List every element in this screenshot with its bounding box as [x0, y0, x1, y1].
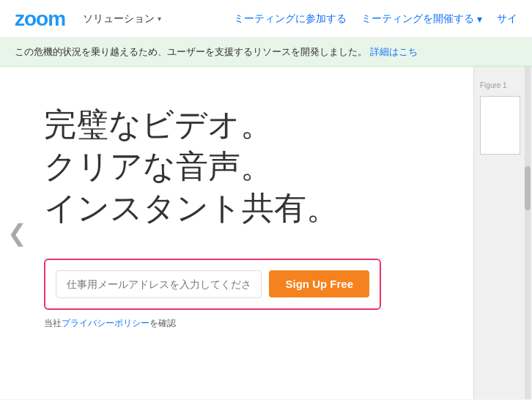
nav-right: ミーティングに参加する ミーティングを開催する ▾ サイ	[234, 12, 517, 26]
signup-form: Sign Up Free	[44, 259, 381, 310]
banner-link[interactable]: 詳細はこち	[370, 46, 418, 57]
signup-button[interactable]: Sign Up Free	[269, 270, 369, 297]
scrollbar[interactable]	[525, 67, 531, 399]
nav-solutions[interactable]: ソリューション ▾	[83, 12, 161, 26]
announcement-banner: この危機的状況を乗り越えるため、ユーザーを支援するリソースを開発しました。 詳細…	[0, 38, 532, 67]
carousel-prev-button[interactable]: ❮	[7, 219, 27, 247]
header: zoom ソリューション ▾ ミーティングに参加する ミーティングを開催する ▾…	[0, 0, 532, 38]
privacy-policy-link[interactable]: プライバシーポリシー	[62, 318, 149, 328]
figure-label: Figure 1	[480, 81, 507, 89]
chevron-down-icon-host: ▾	[477, 13, 482, 25]
right-preview-panel: Figure 1	[473, 67, 532, 399]
hero-line-1: 完璧なビデオ。	[44, 103, 444, 145]
hero-section: ❮ 完璧なビデオ。 クリアな音声。 インスタント共有。 Sign Up Free…	[0, 67, 473, 399]
hero-headline: 完璧なビデオ。 クリアな音声。 インスタント共有。	[44, 103, 444, 229]
preview-thumbnail	[480, 96, 520, 155]
zoom-logo: zoom	[15, 7, 65, 31]
nav-host-meeting[interactable]: ミーティングを開催する ▾	[361, 12, 482, 26]
hero-line-3: インスタント共有。	[44, 187, 444, 229]
chevron-down-icon: ▾	[158, 15, 161, 23]
privacy-note: 当社プライバシーポリシーを確認	[44, 317, 444, 330]
main-content: ❮ 完璧なビデオ。 クリアな音声。 インスタント共有。 Sign Up Free…	[0, 67, 532, 399]
hero-line-2: クリアな音声。	[44, 145, 444, 187]
nav-signup[interactable]: サイ	[497, 12, 517, 26]
nav-join-meeting[interactable]: ミーティングに参加する	[234, 12, 347, 26]
email-input[interactable]	[56, 270, 262, 298]
scrollbar-thumb[interactable]	[525, 166, 531, 210]
